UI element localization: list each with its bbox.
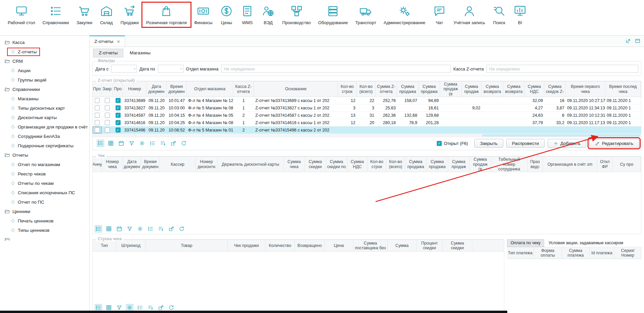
- column-header[interactable]: Процент скидки: [417, 240, 443, 251]
- column-header[interactable]: Основание: [254, 82, 338, 97]
- sidebar-folder[interactable]: Ценники: [0, 207, 89, 216]
- sortlist-icon[interactable]: [147, 304, 154, 311]
- column-header[interactable]: Сумма продаж (в: [440, 82, 462, 97]
- column-header[interactable]: Время первого чека: [566, 82, 605, 97]
- checkbox[interactable]: [95, 120, 100, 125]
- window-icon[interactable]: [635, 38, 641, 44]
- column-header[interactable]: Касса Z-отчета: [233, 82, 254, 97]
- column-header[interactable]: Сумма чека: [284, 157, 305, 172]
- column-header[interactable]: Сумма продажа: [397, 82, 419, 97]
- row-checkbox-cell[interactable]: [101, 126, 113, 134]
- gear-icon[interactable]: [138, 140, 146, 147]
- column-header[interactable]: Серия/ Номер: [614, 247, 641, 259]
- sidebar-folder[interactable]: Справочники: [0, 85, 89, 94]
- kassa-input[interactable]: Не определено: [486, 65, 638, 73]
- column-header[interactable]: Праз ведс: [527, 157, 543, 172]
- gridview-icon[interactable]: [107, 140, 115, 147]
- column-header[interactable]: Анну: [93, 157, 102, 172]
- sortlist-icon[interactable]: [157, 225, 165, 232]
- add-button[interactable]: Добавить: [548, 139, 586, 148]
- listview-icon[interactable]: [95, 304, 102, 311]
- sidebar-item[interactable]: Подарочные сертификаты: [0, 141, 89, 150]
- filter-icon[interactable]: [126, 225, 133, 232]
- module-sales[interactable]: Продажи: [117, 3, 142, 27]
- column-header[interactable]: Форма оплаты: [534, 247, 562, 259]
- column-header[interactable]: Сумма скидок Z-: [544, 82, 566, 97]
- tab-z-reports[interactable]: Z-отчеты: [93, 49, 123, 57]
- column-header[interactable]: Су про: [613, 157, 641, 172]
- row-checkbox-cell[interactable]: ✓: [113, 126, 123, 134]
- row-checkbox-cell[interactable]: ✓: [113, 97, 123, 104]
- column-header[interactable]: Время докумен: [141, 157, 160, 172]
- store-dept-input[interactable]: Не определено: [221, 65, 450, 73]
- row-checkbox-cell[interactable]: [101, 97, 113, 104]
- horizontal-scrollbar[interactable]: [93, 134, 641, 137]
- checkbox[interactable]: ✓: [116, 127, 121, 133]
- module-chat[interactable]: Чат: [429, 3, 450, 27]
- table-row[interactable]: ✓33741382709.11.2010:03:00Ф-л № 5 Магази…: [93, 104, 641, 112]
- column-header[interactable]: Номер дисконтн: [196, 157, 218, 172]
- gridview-icon[interactable]: [105, 225, 113, 232]
- export-icon[interactable]: [157, 304, 165, 311]
- column-header[interactable]: Сумма продажа: [419, 82, 440, 97]
- column-header[interactable]: Сумма продаж: [448, 157, 470, 172]
- column-header[interactable]: Закр: [101, 82, 113, 97]
- gear-icon[interactable]: [126, 304, 133, 311]
- column-header[interactable]: Время послед чека: [605, 82, 641, 97]
- column-header[interactable]: Про: [113, 82, 123, 97]
- column-header[interactable]: Сумма поставщика без: [353, 240, 388, 251]
- module-ved[interactable]: ВЭД: [258, 3, 278, 27]
- column-header[interactable]: Номер: [123, 82, 146, 97]
- gear-icon[interactable]: [136, 225, 144, 232]
- sidebar-folder[interactable]: [0, 235, 89, 241]
- column-header[interactable]: Сумма продаж (в: [470, 157, 491, 172]
- column-header[interactable]: Тип: [93, 240, 116, 251]
- row-checkbox-cell[interactable]: ✓: [113, 104, 123, 111]
- column-header[interactable]: Сумма продажа: [427, 157, 448, 172]
- column-header[interactable]: Сумма НДС: [525, 82, 544, 97]
- column-header[interactable]: Откл ФР: [597, 157, 613, 172]
- sidebar-item[interactable]: Акции: [0, 66, 89, 75]
- checkbox[interactable]: [95, 98, 100, 103]
- checkbox[interactable]: ✓: [116, 98, 121, 103]
- numberedlist-icon[interactable]: [147, 225, 154, 232]
- sidebar-item[interactable]: Магазины: [0, 94, 89, 103]
- column-header[interactable]: Сумма возврата: [482, 82, 503, 97]
- module-account[interactable]: Учётная запись: [450, 3, 489, 27]
- open-f6-checkbox[interactable]: ✓ Открыт (F6): [437, 141, 468, 146]
- column-header[interactable]: Чек продажи: [228, 240, 265, 251]
- column-header[interactable]: Время докумен: [167, 82, 187, 97]
- column-header[interactable]: Кол-во (всего): [357, 82, 376, 97]
- checkbox[interactable]: ✓: [116, 113, 121, 118]
- sortlist-icon[interactable]: [159, 140, 167, 147]
- column-header[interactable]: Дата докумен: [123, 157, 141, 172]
- column-header[interactable]: Табельный номер сотрудника: [491, 157, 527, 172]
- column-header[interactable]: Кассир: [160, 157, 196, 172]
- column-header[interactable]: Сумма: [388, 240, 417, 251]
- module-search[interactable]: Поиск: [489, 3, 510, 27]
- sidebar-item[interactable]: Дисконтные карты: [0, 113, 89, 122]
- column-header[interactable]: Сумма НДС: [347, 157, 368, 172]
- export-icon[interactable]: [168, 225, 175, 232]
- row-checkbox-cell[interactable]: [101, 112, 113, 119]
- sidebar-item[interactable]: Печать ценников: [0, 216, 89, 225]
- column-header[interactable]: Количество: [265, 240, 295, 251]
- row-checkbox-cell[interactable]: [93, 104, 101, 111]
- column-header[interactable]: Сумма скидки: [443, 240, 472, 251]
- tab-stores[interactable]: Магазины: [124, 49, 156, 57]
- scrollbar-thumb[interactable]: [482, 134, 640, 137]
- row-checkbox-cell[interactable]: [93, 126, 101, 134]
- date-to-input[interactable]: [158, 65, 183, 73]
- column-header[interactable]: Держатель дисконтной карты: [218, 157, 284, 172]
- close-tab-icon[interactable]: ×: [117, 39, 120, 44]
- listview-icon[interactable]: [95, 225, 102, 232]
- module-purchases[interactable]: Закупки: [73, 3, 96, 27]
- column-header[interactable]: Про: [93, 82, 101, 97]
- checkbox[interactable]: [105, 98, 110, 103]
- unpost-button[interactable]: Распровести: [506, 139, 545, 148]
- column-header[interactable]: Номер чека: [102, 157, 123, 172]
- column-header[interactable]: Организация в счёт з/п: [543, 157, 597, 172]
- module-warehouse[interactable]: Склад: [96, 3, 117, 27]
- column-header[interactable]: Кол-во (всего): [386, 157, 405, 172]
- close-report-button[interactable]: Закрыть: [474, 139, 503, 148]
